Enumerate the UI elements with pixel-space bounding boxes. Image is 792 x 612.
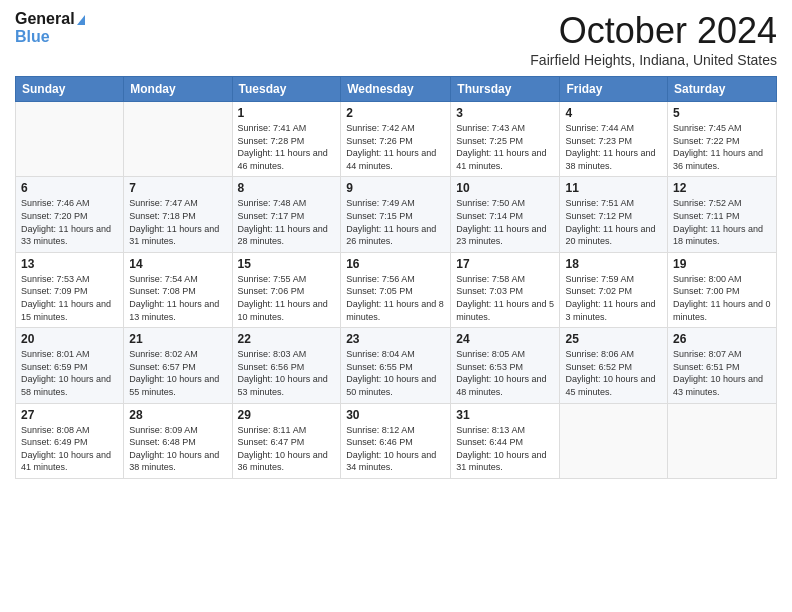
day-info: Sunrise: 7:50 AMSunset: 7:14 PMDaylight:… bbox=[456, 198, 546, 246]
day-number: 10 bbox=[456, 181, 554, 195]
calendar-cell: 16Sunrise: 7:56 AMSunset: 7:05 PMDayligh… bbox=[341, 252, 451, 327]
day-number: 3 bbox=[456, 106, 554, 120]
location-title: Fairfield Heights, Indiana, United State… bbox=[530, 52, 777, 68]
day-number: 20 bbox=[21, 332, 118, 346]
col-thursday: Thursday bbox=[451, 77, 560, 102]
calendar-cell: 12Sunrise: 7:52 AMSunset: 7:11 PMDayligh… bbox=[668, 177, 777, 252]
calendar-cell bbox=[668, 403, 777, 478]
day-info: Sunrise: 8:01 AMSunset: 6:59 PMDaylight:… bbox=[21, 349, 111, 397]
col-monday: Monday bbox=[124, 77, 232, 102]
day-info: Sunrise: 7:51 AMSunset: 7:12 PMDaylight:… bbox=[565, 198, 655, 246]
day-info: Sunrise: 7:45 AMSunset: 7:22 PMDaylight:… bbox=[673, 123, 763, 171]
day-info: Sunrise: 8:12 AMSunset: 6:46 PMDaylight:… bbox=[346, 425, 436, 473]
calendar-cell: 31Sunrise: 8:13 AMSunset: 6:44 PMDayligh… bbox=[451, 403, 560, 478]
day-info: Sunrise: 7:52 AMSunset: 7:11 PMDaylight:… bbox=[673, 198, 763, 246]
calendar-cell: 24Sunrise: 8:05 AMSunset: 6:53 PMDayligh… bbox=[451, 328, 560, 403]
day-number: 15 bbox=[238, 257, 336, 271]
calendar-cell: 7Sunrise: 7:47 AMSunset: 7:18 PMDaylight… bbox=[124, 177, 232, 252]
calendar-cell: 17Sunrise: 7:58 AMSunset: 7:03 PMDayligh… bbox=[451, 252, 560, 327]
calendar-cell: 19Sunrise: 8:00 AMSunset: 7:00 PMDayligh… bbox=[668, 252, 777, 327]
col-wednesday: Wednesday bbox=[341, 77, 451, 102]
day-info: Sunrise: 8:08 AMSunset: 6:49 PMDaylight:… bbox=[21, 425, 111, 473]
day-number: 23 bbox=[346, 332, 445, 346]
day-info: Sunrise: 7:41 AMSunset: 7:28 PMDaylight:… bbox=[238, 123, 328, 171]
day-info: Sunrise: 7:53 AMSunset: 7:09 PMDaylight:… bbox=[21, 274, 111, 322]
day-number: 5 bbox=[673, 106, 771, 120]
calendar-cell: 29Sunrise: 8:11 AMSunset: 6:47 PMDayligh… bbox=[232, 403, 341, 478]
col-sunday: Sunday bbox=[16, 77, 124, 102]
day-number: 22 bbox=[238, 332, 336, 346]
day-info: Sunrise: 7:48 AMSunset: 7:17 PMDaylight:… bbox=[238, 198, 328, 246]
day-info: Sunrise: 7:54 AMSunset: 7:08 PMDaylight:… bbox=[129, 274, 219, 322]
calendar-cell: 5Sunrise: 7:45 AMSunset: 7:22 PMDaylight… bbox=[668, 102, 777, 177]
day-number: 19 bbox=[673, 257, 771, 271]
day-info: Sunrise: 8:03 AMSunset: 6:56 PMDaylight:… bbox=[238, 349, 328, 397]
calendar-cell: 15Sunrise: 7:55 AMSunset: 7:06 PMDayligh… bbox=[232, 252, 341, 327]
logo: General Blue bbox=[15, 10, 85, 45]
calendar-week-4: 20Sunrise: 8:01 AMSunset: 6:59 PMDayligh… bbox=[16, 328, 777, 403]
day-number: 14 bbox=[129, 257, 226, 271]
calendar-cell: 13Sunrise: 7:53 AMSunset: 7:09 PMDayligh… bbox=[16, 252, 124, 327]
calendar-cell: 9Sunrise: 7:49 AMSunset: 7:15 PMDaylight… bbox=[341, 177, 451, 252]
calendar-cell: 30Sunrise: 8:12 AMSunset: 6:46 PMDayligh… bbox=[341, 403, 451, 478]
calendar-cell bbox=[124, 102, 232, 177]
day-info: Sunrise: 8:00 AMSunset: 7:00 PMDaylight:… bbox=[673, 274, 771, 322]
day-number: 21 bbox=[129, 332, 226, 346]
day-number: 17 bbox=[456, 257, 554, 271]
day-number: 29 bbox=[238, 408, 336, 422]
calendar-cell: 18Sunrise: 7:59 AMSunset: 7:02 PMDayligh… bbox=[560, 252, 668, 327]
day-number: 8 bbox=[238, 181, 336, 195]
day-number: 1 bbox=[238, 106, 336, 120]
day-number: 9 bbox=[346, 181, 445, 195]
calendar-cell: 21Sunrise: 8:02 AMSunset: 6:57 PMDayligh… bbox=[124, 328, 232, 403]
day-info: Sunrise: 7:43 AMSunset: 7:25 PMDaylight:… bbox=[456, 123, 546, 171]
calendar-week-2: 6Sunrise: 7:46 AMSunset: 7:20 PMDaylight… bbox=[16, 177, 777, 252]
day-info: Sunrise: 8:05 AMSunset: 6:53 PMDaylight:… bbox=[456, 349, 546, 397]
day-number: 28 bbox=[129, 408, 226, 422]
month-title: October 2024 bbox=[530, 10, 777, 52]
day-number: 11 bbox=[565, 181, 662, 195]
day-number: 7 bbox=[129, 181, 226, 195]
calendar-cell: 2Sunrise: 7:42 AMSunset: 7:26 PMDaylight… bbox=[341, 102, 451, 177]
calendar-cell bbox=[16, 102, 124, 177]
calendar-week-5: 27Sunrise: 8:08 AMSunset: 6:49 PMDayligh… bbox=[16, 403, 777, 478]
calendar-cell: 3Sunrise: 7:43 AMSunset: 7:25 PMDaylight… bbox=[451, 102, 560, 177]
calendar-cell: 10Sunrise: 7:50 AMSunset: 7:14 PMDayligh… bbox=[451, 177, 560, 252]
day-info: Sunrise: 8:07 AMSunset: 6:51 PMDaylight:… bbox=[673, 349, 763, 397]
day-info: Sunrise: 8:04 AMSunset: 6:55 PMDaylight:… bbox=[346, 349, 436, 397]
calendar-week-1: 1Sunrise: 7:41 AMSunset: 7:28 PMDaylight… bbox=[16, 102, 777, 177]
calendar-cell: 8Sunrise: 7:48 AMSunset: 7:17 PMDaylight… bbox=[232, 177, 341, 252]
day-number: 26 bbox=[673, 332, 771, 346]
header: General Blue October 2024 Fairfield Heig… bbox=[15, 10, 777, 68]
day-info: Sunrise: 7:49 AMSunset: 7:15 PMDaylight:… bbox=[346, 198, 436, 246]
day-info: Sunrise: 8:06 AMSunset: 6:52 PMDaylight:… bbox=[565, 349, 655, 397]
col-saturday: Saturday bbox=[668, 77, 777, 102]
day-number: 16 bbox=[346, 257, 445, 271]
day-info: Sunrise: 7:59 AMSunset: 7:02 PMDaylight:… bbox=[565, 274, 655, 322]
day-info: Sunrise: 7:55 AMSunset: 7:06 PMDaylight:… bbox=[238, 274, 328, 322]
calendar-cell: 28Sunrise: 8:09 AMSunset: 6:48 PMDayligh… bbox=[124, 403, 232, 478]
day-info: Sunrise: 7:58 AMSunset: 7:03 PMDaylight:… bbox=[456, 274, 554, 322]
calendar-cell: 20Sunrise: 8:01 AMSunset: 6:59 PMDayligh… bbox=[16, 328, 124, 403]
day-number: 30 bbox=[346, 408, 445, 422]
day-info: Sunrise: 7:46 AMSunset: 7:20 PMDaylight:… bbox=[21, 198, 111, 246]
day-info: Sunrise: 7:42 AMSunset: 7:26 PMDaylight:… bbox=[346, 123, 436, 171]
calendar-cell bbox=[560, 403, 668, 478]
calendar-cell: 27Sunrise: 8:08 AMSunset: 6:49 PMDayligh… bbox=[16, 403, 124, 478]
day-number: 4 bbox=[565, 106, 662, 120]
day-info: Sunrise: 8:13 AMSunset: 6:44 PMDaylight:… bbox=[456, 425, 546, 473]
day-number: 24 bbox=[456, 332, 554, 346]
calendar-week-3: 13Sunrise: 7:53 AMSunset: 7:09 PMDayligh… bbox=[16, 252, 777, 327]
title-block: October 2024 Fairfield Heights, Indiana,… bbox=[530, 10, 777, 68]
calendar-cell: 26Sunrise: 8:07 AMSunset: 6:51 PMDayligh… bbox=[668, 328, 777, 403]
calendar-header-row: Sunday Monday Tuesday Wednesday Thursday… bbox=[16, 77, 777, 102]
day-number: 18 bbox=[565, 257, 662, 271]
calendar-cell: 4Sunrise: 7:44 AMSunset: 7:23 PMDaylight… bbox=[560, 102, 668, 177]
day-info: Sunrise: 8:09 AMSunset: 6:48 PMDaylight:… bbox=[129, 425, 219, 473]
day-number: 27 bbox=[21, 408, 118, 422]
page: General Blue October 2024 Fairfield Heig… bbox=[0, 0, 792, 612]
calendar-cell: 1Sunrise: 7:41 AMSunset: 7:28 PMDaylight… bbox=[232, 102, 341, 177]
day-info: Sunrise: 8:02 AMSunset: 6:57 PMDaylight:… bbox=[129, 349, 219, 397]
day-number: 2 bbox=[346, 106, 445, 120]
calendar-cell: 6Sunrise: 7:46 AMSunset: 7:20 PMDaylight… bbox=[16, 177, 124, 252]
